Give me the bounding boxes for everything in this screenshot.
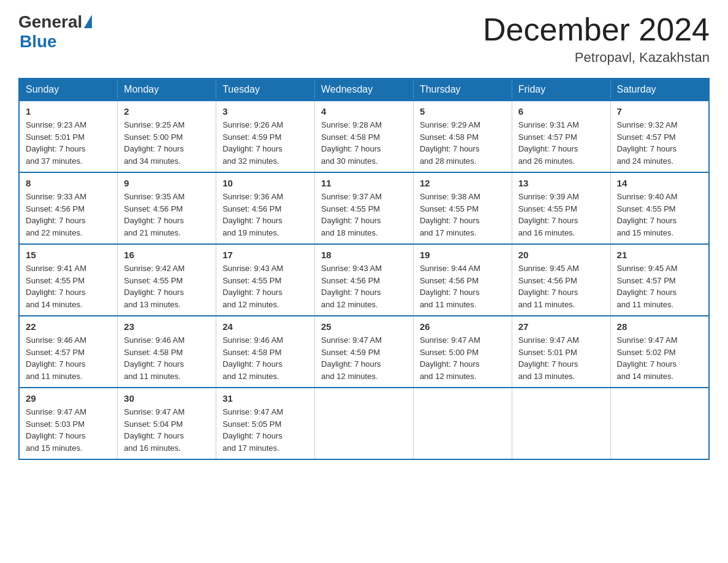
logo-blue-text: Blue [20,32,57,52]
col-header-friday: Friday [512,79,610,101]
day-info: Sunrise: 9:42 AM Sunset: 4:55 PM Dayligh… [124,262,210,310]
day-cell [413,388,512,459]
calendar-title: December 2024 [483,12,710,47]
day-cell: 10 Sunrise: 9:36 AM Sunset: 4:56 PM Dayl… [216,172,315,244]
day-cell: 12 Sunrise: 9:38 AM Sunset: 4:55 PM Dayl… [413,172,512,244]
day-cell: 30 Sunrise: 9:47 AM Sunset: 5:04 PM Dayl… [118,388,216,459]
day-number: 1 [26,106,111,117]
day-info: Sunrise: 9:44 AM Sunset: 4:56 PM Dayligh… [420,262,506,310]
day-cell: 23 Sunrise: 9:46 AM Sunset: 4:58 PM Dayl… [118,316,216,388]
day-info: Sunrise: 9:23 AM Sunset: 5:01 PM Dayligh… [26,119,111,167]
day-cell: 19 Sunrise: 9:44 AM Sunset: 4:56 PM Dayl… [413,244,512,316]
day-number: 6 [518,106,604,117]
day-info: Sunrise: 9:28 AM Sunset: 4:58 PM Dayligh… [321,119,407,167]
title-block: December 2024 Petropavl, Kazakhstan [483,12,710,66]
day-number: 10 [222,178,308,188]
logo-general-text: General [18,12,82,32]
day-number: 22 [26,321,111,332]
day-cell: 7 Sunrise: 9:32 AM Sunset: 4:57 PM Dayli… [610,101,709,172]
day-info: Sunrise: 9:41 AM Sunset: 4:55 PM Dayligh… [26,262,111,310]
week-row-1: 1 Sunrise: 9:23 AM Sunset: 5:01 PM Dayli… [19,101,709,172]
day-number: 21 [617,250,702,260]
col-header-saturday: Saturday [610,79,709,101]
day-info: Sunrise: 9:36 AM Sunset: 4:56 PM Dayligh… [222,191,308,239]
day-info: Sunrise: 9:43 AM Sunset: 4:56 PM Dayligh… [321,262,407,310]
day-number: 24 [222,321,308,332]
col-header-sunday: Sunday [19,79,118,101]
week-row-5: 29 Sunrise: 9:47 AM Sunset: 5:03 PM Dayl… [19,388,709,459]
day-number: 26 [420,321,506,332]
day-info: Sunrise: 9:47 AM Sunset: 5:04 PM Dayligh… [124,406,210,454]
day-number: 20 [518,250,604,260]
calendar-table: SundayMondayTuesdayWednesdayThursdayFrid… [18,78,710,460]
calendar-subtitle: Petropavl, Kazakhstan [483,50,710,66]
day-info: Sunrise: 9:47 AM Sunset: 4:59 PM Dayligh… [321,334,407,382]
header-row: SundayMondayTuesdayWednesdayThursdayFrid… [19,79,709,101]
day-cell: 8 Sunrise: 9:33 AM Sunset: 4:56 PM Dayli… [19,172,118,244]
day-info: Sunrise: 9:29 AM Sunset: 4:58 PM Dayligh… [420,119,506,167]
day-cell: 21 Sunrise: 9:45 AM Sunset: 4:57 PM Dayl… [610,244,709,316]
day-cell: 26 Sunrise: 9:47 AM Sunset: 5:00 PM Dayl… [413,316,512,388]
day-cell: 9 Sunrise: 9:35 AM Sunset: 4:56 PM Dayli… [118,172,216,244]
day-number: 17 [222,250,308,260]
day-cell [610,388,709,459]
day-info: Sunrise: 9:25 AM Sunset: 5:00 PM Dayligh… [124,119,210,167]
day-info: Sunrise: 9:47 AM Sunset: 5:01 PM Dayligh… [518,334,604,382]
day-cell [315,388,414,459]
day-cell: 15 Sunrise: 9:41 AM Sunset: 4:55 PM Dayl… [19,244,118,316]
col-header-monday: Monday [118,79,216,101]
day-info: Sunrise: 9:39 AM Sunset: 4:55 PM Dayligh… [518,191,604,239]
day-number: 15 [26,250,111,260]
day-number: 11 [321,178,407,188]
logo: General Blue [18,12,92,52]
day-number: 13 [518,178,604,188]
day-info: Sunrise: 9:26 AM Sunset: 4:59 PM Dayligh… [222,119,308,167]
day-cell: 14 Sunrise: 9:40 AM Sunset: 4:55 PM Dayl… [610,172,709,244]
week-row-2: 8 Sunrise: 9:33 AM Sunset: 4:56 PM Dayli… [19,172,709,244]
day-number: 18 [321,250,407,260]
day-number: 25 [321,321,407,332]
day-number: 30 [124,393,210,404]
day-cell: 20 Sunrise: 9:45 AM Sunset: 4:56 PM Dayl… [512,244,610,316]
day-info: Sunrise: 9:35 AM Sunset: 4:56 PM Dayligh… [124,191,210,239]
day-info: Sunrise: 9:38 AM Sunset: 4:55 PM Dayligh… [420,191,506,239]
day-number: 9 [124,178,210,188]
col-header-tuesday: Tuesday [216,79,315,101]
day-number: 29 [26,393,111,404]
day-info: Sunrise: 9:46 AM Sunset: 4:57 PM Dayligh… [26,334,111,382]
day-cell: 28 Sunrise: 9:47 AM Sunset: 5:02 PM Dayl… [610,316,709,388]
day-info: Sunrise: 9:40 AM Sunset: 4:55 PM Dayligh… [617,191,702,239]
day-info: Sunrise: 9:32 AM Sunset: 4:57 PM Dayligh… [617,119,702,167]
day-number: 28 [617,321,702,332]
day-cell: 11 Sunrise: 9:37 AM Sunset: 4:55 PM Dayl… [315,172,414,244]
day-cell [512,388,610,459]
day-cell: 13 Sunrise: 9:39 AM Sunset: 4:55 PM Dayl… [512,172,610,244]
day-number: 14 [617,178,702,188]
col-header-wednesday: Wednesday [315,79,414,101]
day-cell: 2 Sunrise: 9:25 AM Sunset: 5:00 PM Dayli… [118,101,216,172]
week-row-3: 15 Sunrise: 9:41 AM Sunset: 4:55 PM Dayl… [19,244,709,316]
logo-line1: General [18,12,92,32]
day-number: 8 [26,178,111,188]
day-cell: 4 Sunrise: 9:28 AM Sunset: 4:58 PM Dayli… [315,101,414,172]
day-cell: 29 Sunrise: 9:47 AM Sunset: 5:03 PM Dayl… [19,388,118,459]
day-info: Sunrise: 9:45 AM Sunset: 4:57 PM Dayligh… [617,262,702,310]
day-info: Sunrise: 9:47 AM Sunset: 5:02 PM Dayligh… [617,334,702,382]
day-info: Sunrise: 9:47 AM Sunset: 5:05 PM Dayligh… [222,406,308,454]
day-number: 19 [420,250,506,260]
day-cell: 16 Sunrise: 9:42 AM Sunset: 4:55 PM Dayl… [118,244,216,316]
day-number: 31 [222,393,308,404]
day-cell: 17 Sunrise: 9:43 AM Sunset: 4:55 PM Dayl… [216,244,315,316]
day-info: Sunrise: 9:31 AM Sunset: 4:57 PM Dayligh… [518,119,604,167]
col-header-thursday: Thursday [413,79,512,101]
day-cell: 3 Sunrise: 9:26 AM Sunset: 4:59 PM Dayli… [216,101,315,172]
day-number: 4 [321,106,407,117]
day-cell: 27 Sunrise: 9:47 AM Sunset: 5:01 PM Dayl… [512,316,610,388]
day-cell: 18 Sunrise: 9:43 AM Sunset: 4:56 PM Dayl… [315,244,414,316]
day-number: 12 [420,178,506,188]
day-cell: 25 Sunrise: 9:47 AM Sunset: 4:59 PM Dayl… [315,316,414,388]
day-cell: 22 Sunrise: 9:46 AM Sunset: 4:57 PM Dayl… [19,316,118,388]
day-cell: 6 Sunrise: 9:31 AM Sunset: 4:57 PM Dayli… [512,101,610,172]
day-cell: 1 Sunrise: 9:23 AM Sunset: 5:01 PM Dayli… [19,101,118,172]
day-number: 27 [518,321,604,332]
